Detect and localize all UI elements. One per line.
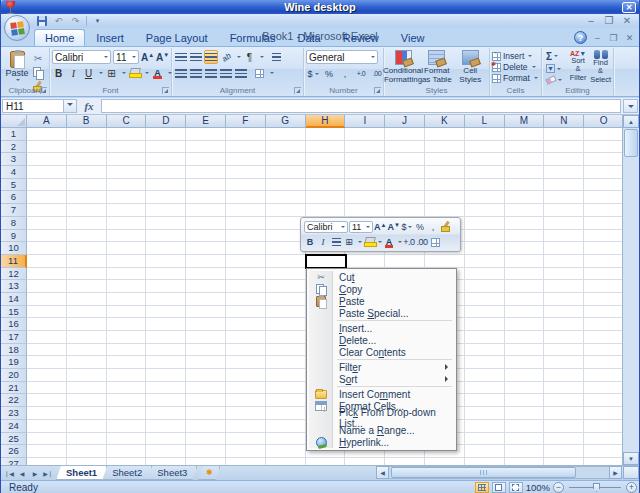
bottom-align-button[interactable]: [204, 50, 218, 64]
cell-e27[interactable]: [186, 458, 226, 465]
cell-g12[interactable]: [266, 268, 306, 281]
column-header-f[interactable]: F: [226, 115, 266, 128]
cell-d24[interactable]: [146, 420, 186, 433]
cell-g24[interactable]: [266, 420, 306, 433]
tab-formulas[interactable]: Formulas: [219, 29, 287, 46]
cell-g17[interactable]: [266, 331, 306, 344]
cell-n17[interactable]: [544, 331, 584, 344]
mini-borders-button[interactable]: ⊞: [343, 236, 355, 248]
mini-fill-color-button[interactable]: [363, 236, 375, 248]
font-name-combo[interactable]: Calibri: [52, 50, 111, 64]
row-header-17[interactable]: 17: [1, 331, 27, 344]
mini-font-name-combo[interactable]: Calibri: [304, 221, 348, 233]
menu-item-copy[interactable]: Copy: [309, 283, 454, 295]
prev-sheet-button[interactable]: ◀: [16, 468, 28, 479]
cell-e11[interactable]: [186, 255, 226, 268]
cell-n1[interactable]: [544, 128, 584, 141]
office-button[interactable]: [4, 15, 30, 41]
align-left-button[interactable]: [174, 66, 187, 80]
cell-b12[interactable]: [67, 268, 107, 281]
cell-i3[interactable]: [345, 153, 385, 166]
cell-j7[interactable]: [385, 204, 425, 217]
mini-center-button[interactable]: [330, 236, 342, 248]
cell-e3[interactable]: [186, 153, 226, 166]
paste-button[interactable]: Paste: [4, 50, 30, 85]
cell-n6[interactable]: [544, 191, 584, 204]
selected-cell-h11[interactable]: [305, 254, 347, 269]
row-header-24[interactable]: 24: [1, 420, 27, 433]
cell-l12[interactable]: [465, 268, 505, 281]
cell-m5[interactable]: [505, 179, 545, 192]
cell-a13[interactable]: [27, 280, 67, 293]
undo-button[interactable]: ↶: [52, 15, 65, 27]
font-size-combo[interactable]: 11: [113, 50, 139, 64]
customize-qat-button[interactable]: ▾: [91, 15, 104, 27]
menu-item-sort[interactable]: Sort: [309, 373, 454, 385]
tab-page-layout[interactable]: Page Layout: [135, 29, 219, 46]
row-header-27[interactable]: 27: [1, 458, 27, 465]
cell-k6[interactable]: [425, 191, 465, 204]
cell-f21[interactable]: [226, 382, 266, 395]
font-color-button[interactable]: A: [151, 66, 164, 80]
cell-k27[interactable]: [425, 458, 465, 465]
cell-e16[interactable]: [186, 318, 226, 331]
cell-m20[interactable]: [505, 369, 545, 382]
cell-m27[interactable]: [505, 458, 545, 465]
cell-a15[interactable]: [27, 306, 67, 319]
conditional-formatting-button[interactable]: Conditional Formatting: [386, 50, 420, 85]
cell-a23[interactable]: [27, 407, 67, 420]
cell-g3[interactable]: [266, 153, 306, 166]
increase-decimal-button[interactable]: +.0: [354, 67, 368, 80]
cell-n14[interactable]: [544, 293, 584, 306]
cell-styles-button[interactable]: Cell Styles: [454, 50, 488, 85]
cell-l13[interactable]: [465, 280, 505, 293]
cell-m4[interactable]: [505, 166, 545, 179]
cell-m9[interactable]: [505, 230, 545, 243]
cell-f11[interactable]: [226, 255, 266, 268]
cell-e26[interactable]: [186, 445, 226, 458]
cell-a26[interactable]: [27, 445, 67, 458]
cell-n9[interactable]: [544, 230, 584, 243]
cell-l5[interactable]: [465, 179, 505, 192]
cell-c1[interactable]: [107, 128, 147, 141]
align-right-button[interactable]: [204, 66, 217, 80]
cell-m24[interactable]: [505, 420, 545, 433]
cell-o7[interactable]: [584, 204, 624, 217]
cell-g6[interactable]: [266, 191, 306, 204]
row-header-16[interactable]: 16: [1, 318, 27, 331]
cell-b5[interactable]: [67, 179, 107, 192]
alignment-dialog-launcher[interactable]: [294, 87, 301, 94]
cell-o11[interactable]: [584, 255, 624, 268]
cell-k1[interactable]: [425, 128, 465, 141]
cell-a12[interactable]: [27, 268, 67, 281]
cell-c22[interactable]: [107, 394, 147, 407]
column-header-e[interactable]: E: [186, 115, 226, 128]
menu-item-cut[interactable]: ✂Cut: [309, 271, 454, 283]
menu-item-insert[interactable]: Insert...: [309, 322, 454, 334]
cell-a17[interactable]: [27, 331, 67, 344]
cell-d15[interactable]: [146, 306, 186, 319]
cell-g18[interactable]: [266, 344, 306, 357]
mini-merge-button[interactable]: [429, 236, 441, 248]
cell-e7[interactable]: [186, 204, 226, 217]
cell-n3[interactable]: [544, 153, 584, 166]
autosum-button[interactable]: Σ: [544, 50, 566, 62]
page-break-view-button[interactable]: [509, 482, 523, 493]
cell-m7[interactable]: [505, 204, 545, 217]
mini-bold-button[interactable]: B: [304, 236, 316, 248]
cell-j5[interactable]: [385, 179, 425, 192]
cell-h2[interactable]: [306, 141, 346, 154]
cell-o3[interactable]: [584, 153, 624, 166]
format-cells-button[interactable]: Format: [492, 73, 539, 83]
cell-f2[interactable]: [226, 141, 266, 154]
cell-n15[interactable]: [544, 306, 584, 319]
cell-o12[interactable]: [584, 268, 624, 281]
cell-j27[interactable]: [385, 458, 425, 465]
cell-e9[interactable]: [186, 230, 226, 243]
cell-g2[interactable]: [266, 141, 306, 154]
restore-button[interactable]: ❐: [603, 15, 615, 26]
cell-l3[interactable]: [465, 153, 505, 166]
decrease-indent-button[interactable]: [219, 66, 232, 80]
cell-l6[interactable]: [465, 191, 505, 204]
cell-a16[interactable]: [27, 318, 67, 331]
